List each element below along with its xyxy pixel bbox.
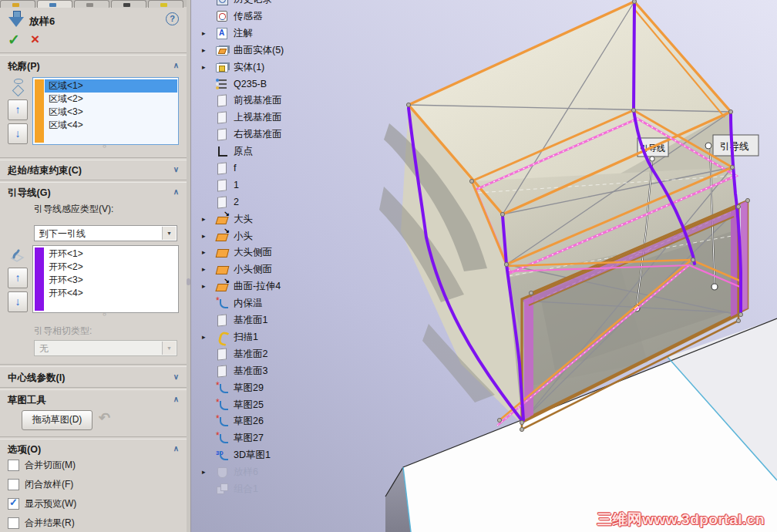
section-profiles-header[interactable]: 轮廓(P) ∧ [0,59,187,74]
checkbox-merge-result[interactable]: ✓ 合并结果(R) [8,517,75,530]
panel-tab-3[interactable] [74,0,109,8]
move-guide-down-button[interactable]: ↓ [8,291,28,312]
tree-item-plane-f[interactable]: ▸f [202,160,236,177]
tree-item-3d-sketch1[interactable]: ▸3D草图1 [202,446,271,463]
tree-item-sketch26[interactable]: ▸草图26 [202,412,264,429]
svg-text:引导线: 引导线 [720,141,749,152]
tree-item-inner-insulation[interactable]: ▸内保温 [202,295,263,311]
tree-item-ref-plane2[interactable]: ▸基准面2 [202,345,267,362]
tree-item-annotations[interactable]: ▸注解 [202,25,253,42]
tree-item-right-plane[interactable]: ▸右视基准面 [202,126,282,143]
list-item-openloop1[interactable]: 开环<1> [45,247,177,261]
tree-item-ref-plane1[interactable]: ▸基准面1 [202,311,267,328]
list-item-region4[interactable]: 区域<4> [45,119,177,132]
checkbox-box[interactable]: ✓ [8,460,19,471]
tree-item-small-end-side[interactable]: ▸小头侧面 [202,261,272,278]
section-options-header[interactable]: 选项(O) ∧ [0,442,187,457]
plane-icon [216,314,230,326]
tree-item-big-end-side[interactable]: ▸大头侧面 [202,244,272,261]
tree-item-sensors[interactable]: ▸传感器 [202,8,263,25]
divider [0,436,187,439]
move-profile-up-button[interactable]: ↑ [8,99,28,120]
planar-surface-icon [216,246,230,258]
plane-icon [216,128,230,140]
chevron-down-icon: ∨ [173,372,179,381]
sketch-icon [216,382,230,394]
tree-item-history[interactable]: ▸历史记录 [202,0,272,8]
guides-list[interactable]: 开环<1> 开环<2> 开环<3> 开环<4> [32,245,179,313]
tree-item-plane-2[interactable]: ▸2 [202,194,239,210]
annotation-icon [216,27,230,39]
profile-selector-icon [11,78,26,96]
move-guide-up-button[interactable]: ↑ [8,268,28,288]
planar-surface-icon [216,263,230,275]
panel-tab-1[interactable] [0,0,35,8]
list-item-openloop2[interactable]: 开环<2> [45,261,177,274]
tree-item-top-plane[interactable]: ▸上视基准面 [202,109,282,126]
divider [0,387,187,390]
loft-icon [216,466,230,478]
sketch-icon [216,415,230,427]
panel-tab-4[interactable] [111,0,146,8]
plane-icon [216,94,230,106]
tree-item-ref-plane3[interactable]: ▸基准面3 [202,362,267,379]
list-item-openloop4[interactable]: 开环<4> [45,287,177,300]
tree-item-solid-bodies[interactable]: ▸实体(1) [202,59,264,76]
checkbox-box[interactable]: ✓ [8,517,19,529]
checkbox-box[interactable]: ✓ [8,479,19,490]
section-startend-header[interactable]: 起始/结束约束(C) ∨ [0,163,187,178]
page-title: 放样6 [29,15,55,29]
checkbox-merge-tangent-faces[interactable]: ✓ 合并切面(M) [8,459,76,472]
plane-icon [216,179,230,191]
drag-sketch-button[interactable]: 拖动草图(D) [22,410,92,430]
tree-item-sketch27[interactable]: ▸草图27 [202,429,264,446]
panel-tab-5[interactable] [148,0,183,8]
move-profile-down-button[interactable]: ↓ [8,123,28,144]
watermark: 三维网www.3dportal.cn [597,510,765,530]
panel-tab-2[interactable] [37,0,72,8]
splitter-handle[interactable] [187,278,190,285]
section-sketchtools-header[interactable]: 草图工具 ∧ [0,392,187,408]
tree-item-surface-extrude4[interactable]: ▸曲面-拉伸4 [202,278,281,295]
undo-icon[interactable]: ↶ [99,409,110,426]
checkbox-box[interactable]: ✓ [8,498,19,510]
tree-item-loft6[interactable]: ▸放样6 [202,463,258,480]
sketch-icon [216,399,230,411]
divider [0,157,187,160]
tree-item-origin[interactable]: ▸原点 [202,143,253,160]
tree-item-sweep1[interactable]: ▸扫描1 [202,328,258,345]
tree-item-small-end[interactable]: ▸小头 [202,227,253,244]
section-guides-header[interactable]: 引导线(G) ∧ [0,185,187,200]
checkbox-show-preview[interactable]: ✓ 显示预览(W) [8,497,76,510]
tree-item-material[interactable]: ▸Q235-B [202,76,267,93]
tree-item-sketch25[interactable]: ▸草图25 [202,396,264,413]
section-centerline-header[interactable]: 中心线参数(I) ∨ [0,370,187,386]
plane-icon [216,111,230,123]
guide-influence-dropdown[interactable]: 到下一引线 ▼ [34,225,177,241]
list-resize-handle[interactable]: ○ [103,311,106,318]
tree-item-surface-bodies[interactable]: ▸曲面实体(5) [202,42,284,59]
list-resize-handle[interactable]: ○ [103,143,106,150]
sweep-icon [216,331,230,343]
list-item-region1[interactable]: 区域<1> [45,79,177,93]
help-icon[interactable]: ? [166,12,179,25]
sketch3d-icon [216,449,230,461]
profiles-list[interactable]: 区域<1> 区域<2> 区域<3> 区域<4> [32,77,179,145]
surface-bodies-folder-icon [216,44,230,56]
list-item-openloop3[interactable]: 开环<3> [45,274,177,287]
tree-item-front-plane[interactable]: ▸前视基准面 [202,92,282,109]
cancel-button[interactable]: × [31,31,39,48]
history-icon [216,0,230,5]
list-item-region3[interactable]: 区域<3> [45,106,177,119]
list-item-region2[interactable]: 区域<2> [45,93,177,106]
checkbox-close-loft[interactable]: ✓ 闭合放样(F) [8,478,73,491]
guide-tangency-dropdown: 无 ▼ [34,340,177,356]
ok-button[interactable]: ✓ [8,31,20,49]
tree-item-plane-1[interactable]: ▸1 [202,177,239,194]
tree-item-sketch29[interactable]: ▸草图29 [202,379,264,396]
panel-splitter[interactable] [187,0,191,532]
tree-item-combine1[interactable]: ▸组合1 [202,480,258,497]
plane-icon [216,365,230,377]
loft-feature-icon [8,11,24,29]
tree-item-big-end[interactable]: ▸大头 [202,210,253,227]
